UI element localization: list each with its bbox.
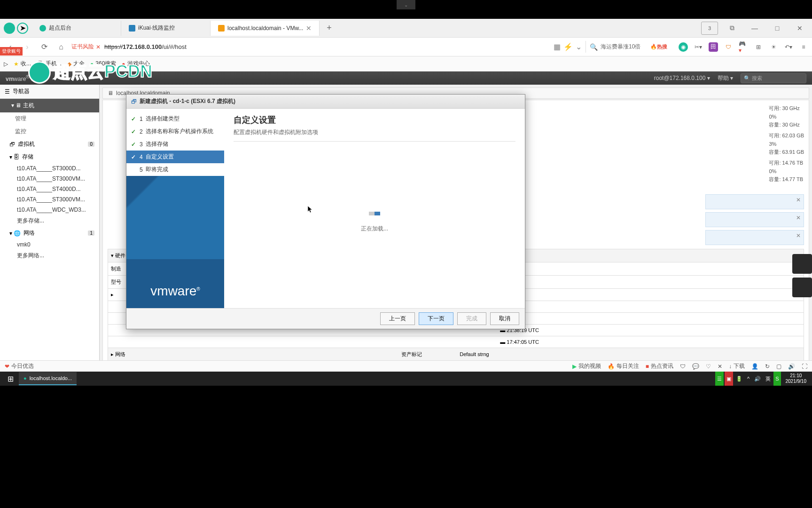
- sun-icon[interactable]: ☀: [769, 42, 778, 52]
- search-bar[interactable]: 🔍 海运费暴涨10倍 🔥热搜: [586, 41, 671, 53]
- hw-net[interactable]: ▸ 网络资产标记Default strng: [108, 348, 804, 361]
- nav-network[interactable]: ▾ 🌐 网络1: [0, 227, 99, 239]
- login-badge[interactable]: 登录账号: [0, 47, 23, 56]
- tab-1[interactable]: iKuai·线路监控: [121, 21, 211, 36]
- download-button[interactable]: ↓下载: [729, 362, 745, 370]
- vmware-search-input[interactable]: 🔍 搜索: [741, 73, 806, 83]
- nav-datastore-3[interactable]: t10.ATA_____ST3000VM...: [0, 194, 99, 205]
- info-notice-1: ✕: [705, 212, 804, 227]
- nav-manage[interactable]: 管理: [0, 112, 99, 125]
- nav-vm[interactable]: 🗗 虚拟机 0: [0, 138, 99, 151]
- tray-icon-2[interactable]: 🔋: [734, 372, 744, 386]
- my-video-button[interactable]: ▶我的视频: [572, 362, 601, 370]
- window-minimize-button[interactable]: —: [746, 22, 763, 35]
- floating-icon-1[interactable]: [792, 278, 812, 297]
- taskbar-clock[interactable]: 21:10 2021/9/10: [782, 373, 811, 384]
- browser-status-bar: ❤ 今日优选 ▶我的视频 🔥每日关注 ■热点资讯 🛡 💬 ♡ ✕ ↓下载 👤 ↻…: [0, 360, 812, 372]
- shield-icon[interactable]: 🛡: [724, 42, 733, 52]
- sb-icon-1[interactable]: 💬: [692, 363, 699, 370]
- nav-more-storage[interactable]: 更多存储...: [0, 215, 99, 227]
- home-button[interactable]: ⌂: [55, 40, 68, 54]
- nav-more-network[interactable]: 更多网络...: [0, 250, 99, 262]
- wizard-step-3[interactable]: ✓3 选择存储: [126, 138, 224, 151]
- bookmark-sites[interactable]: ◆大全: [67, 60, 85, 68]
- window-maximize-button[interactable]: □: [769, 22, 786, 35]
- close-icon[interactable]: ✕: [796, 232, 801, 239]
- tray-icon-3[interactable]: S: [773, 372, 781, 386]
- bookmark-gamecenter[interactable]: ●游戏中心: [122, 60, 149, 68]
- nav-host[interactable]: ▾ 🖥 主机: [0, 99, 99, 112]
- floating-icon-0[interactable]: [792, 254, 812, 274]
- sb-icon-7[interactable]: 🔊: [788, 363, 795, 370]
- wizard-step-4[interactable]: ✓4 自定义设置: [126, 151, 224, 163]
- letterbox-dropdown[interactable]: ⌄: [397, 0, 415, 9]
- vm-count-badge: 0: [88, 142, 94, 147]
- nav-datastore-1[interactable]: t10.ATA_____ST3000VM...: [0, 174, 99, 184]
- tab-label: iKuai·线路监控: [138, 24, 175, 32]
- close-icon[interactable]: ✕: [796, 197, 801, 203]
- bookmark-favorites[interactable]: ★收...: [14, 60, 31, 68]
- nav-monitor[interactable]: 监控: [0, 125, 99, 138]
- bookmark-mobile[interactable]: 📱手机...: [37, 60, 62, 68]
- sb-icon-5[interactable]: ↻: [765, 363, 770, 370]
- sb-icon-8[interactable]: ⛶: [802, 363, 807, 370]
- tray-chevron-icon[interactable]: ^: [745, 372, 751, 386]
- sb-icon-2[interactable]: ♡: [706, 363, 711, 370]
- cert-warning[interactable]: 证书风险 ✕: [71, 43, 101, 51]
- forward-button[interactable]: ›: [21, 40, 34, 54]
- close-icon[interactable]: ✕: [796, 214, 801, 221]
- tray-icon-0[interactable]: ☰: [715, 372, 724, 386]
- sb-icon-3[interactable]: ✕: [718, 363, 722, 370]
- tray-icon-1[interactable]: ▣: [725, 372, 733, 386]
- toolbar-icon-0[interactable]: ◉: [679, 42, 688, 52]
- back-button[interactable]: 上一页: [380, 312, 415, 325]
- nav-datastore-0[interactable]: t10.ATA_____ST3000D...: [0, 163, 99, 174]
- dialog-title-text: 新建虚拟机 - cd-1-c (ESXi 6.7 虚拟机): [140, 97, 235, 105]
- browser-logo-icon: [4, 23, 15, 34]
- game-icon[interactable]: 🎮▾: [739, 42, 748, 52]
- hot-news-button[interactable]: ■热点资讯: [646, 362, 673, 370]
- nav-send-icon[interactable]: ➤: [17, 23, 28, 34]
- tab-close-icon[interactable]: ✕: [306, 24, 312, 32]
- next-button[interactable]: 下一页: [419, 312, 453, 325]
- loading-spinner-icon: [369, 212, 380, 215]
- wizard-step-1[interactable]: ✓1 选择创建类型: [126, 112, 224, 125]
- reload-button[interactable]: ⟳: [38, 40, 51, 54]
- today-picks[interactable]: 今日优选: [11, 362, 34, 370]
- tab-0[interactable]: 超点后台: [32, 21, 121, 36]
- url-field[interactable]: https://172.168.0.100/ui/#/host: [104, 43, 187, 50]
- nav-datastore-4[interactable]: t10.ATA_____WDC_WD3...: [0, 205, 99, 215]
- url-dropdown-icon[interactable]: ⌄: [576, 42, 582, 51]
- url-protocol: https://: [104, 43, 123, 50]
- tab-2[interactable]: localhost.localdomain - VMw... ✕: [211, 21, 320, 36]
- lightning-icon[interactable]: ⚡: [563, 42, 573, 51]
- nav-vmk0[interactable]: vmk0: [0, 239, 99, 250]
- sb-icon-0[interactable]: 🛡: [680, 363, 686, 370]
- start-button[interactable]: ⊞: [2, 372, 19, 386]
- nav-datastore-2[interactable]: t10.ATA_____ST4000D...: [0, 184, 99, 194]
- bookmark-360search[interactable]: ●360搜索: [90, 60, 116, 68]
- bookmark-toggle-icon[interactable]: ▷: [4, 61, 8, 67]
- sb-icon-6[interactable]: ▢: [776, 363, 781, 370]
- nav-storage[interactable]: ▾ 🗄 存储: [0, 151, 99, 163]
- taskbar-app[interactable]: ● localhost.localdo...: [19, 372, 77, 385]
- window-close-button[interactable]: ✕: [791, 22, 808, 35]
- user-menu[interactable]: root@172.168.0.100 ▾: [654, 75, 710, 81]
- wizard-step-2[interactable]: ✓2 选择名称和客户机操作系统: [126, 125, 224, 138]
- tray-ime[interactable]: 英: [764, 372, 773, 386]
- apps-icon[interactable]: ⊞: [754, 42, 763, 52]
- tab-count-badge[interactable]: 3: [701, 22, 718, 35]
- qr-icon[interactable]: ▦: [554, 42, 561, 51]
- sb-icon-4[interactable]: 👤: [751, 363, 758, 370]
- scissors-icon[interactable]: ✂▾: [694, 42, 703, 52]
- menu-icon[interactable]: ≡: [799, 42, 808, 52]
- undo-icon[interactable]: ↶▾: [784, 42, 793, 52]
- daily-focus-button[interactable]: 🔥每日关注: [608, 362, 639, 370]
- tray-volume-icon[interactable]: 🔊: [752, 372, 763, 386]
- extension-icon[interactable]: ⧉: [724, 22, 741, 35]
- toolbar-icon-2[interactable]: 田: [709, 42, 718, 52]
- cert-close-icon[interactable]: ✕: [96, 44, 101, 50]
- cancel-button[interactable]: 取消: [490, 312, 519, 325]
- new-tab-button[interactable]: +: [323, 23, 335, 34]
- help-menu[interactable]: 帮助 ▾: [718, 74, 733, 82]
